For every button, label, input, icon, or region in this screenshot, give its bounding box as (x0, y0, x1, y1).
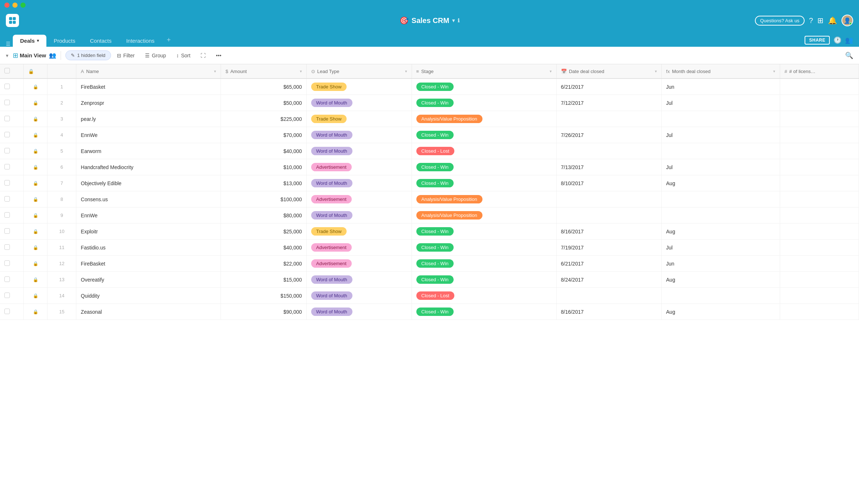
row-stage[interactable]: Closed - Win (412, 224, 556, 240)
table-row[interactable]: 🔒 8 Consens.us $100,000 Advertisement An… (0, 191, 859, 207)
row-lead-type[interactable]: Word of Mouth (306, 175, 412, 191)
users-icon[interactable]: 👥 (845, 36, 853, 44)
row-lead-type[interactable]: Word of Mouth (306, 288, 412, 304)
col-header-monthclosed[interactable]: fx Month deal closed ▾ (661, 64, 780, 79)
row-lead-type[interactable]: Word of Mouth (306, 272, 412, 288)
table-row[interactable]: 🔒 5 Earworm $40,000 Word of Mouth Closed… (0, 143, 859, 159)
col-header-leadtype[interactable]: ⊙ Lead Type ▾ (306, 64, 412, 79)
group-button[interactable]: ☰ Group (141, 50, 171, 61)
info-icon[interactable]: ℹ (458, 18, 459, 23)
table-row[interactable]: 🔒 10 Exploitr $25,000 Trade Show Closed … (0, 224, 859, 240)
row-checkbox[interactable] (0, 224, 24, 240)
tab-interactions[interactable]: Interactions (119, 35, 162, 47)
row-name[interactable]: Quiddity (76, 288, 221, 304)
row-stage[interactable]: Closed - Win (412, 256, 556, 272)
row-checkbox[interactable] (0, 79, 24, 95)
row-name[interactable]: FireBasket (76, 256, 221, 272)
more-button[interactable]: ••• (211, 50, 226, 61)
row-checkbox[interactable] (0, 159, 24, 175)
row-stage[interactable]: Analysis/Value Proposition (412, 191, 556, 207)
tab-products[interactable]: Products (46, 35, 83, 47)
row-name[interactable]: Handcrafted Mediocrity (76, 159, 221, 175)
row-stage[interactable]: Closed - Win (412, 159, 556, 175)
table-row[interactable]: 🔒 2 Zenprospr $50,000 Word of Mouth Clos… (0, 95, 859, 111)
table-row[interactable]: 🔒 11 Fastidio.us $40,000 Advertisement C… (0, 240, 859, 256)
row-stage[interactable]: Closed - Win (412, 240, 556, 256)
row-checkbox[interactable] (0, 272, 24, 288)
table-row[interactable]: 🔒 15 Zeasonal $90,000 Word of Mouth Clos… (0, 304, 859, 320)
row-stage[interactable]: Closed - Lost (412, 143, 556, 159)
grid-view-icon[interactable]: ⊞ (13, 51, 18, 60)
row-name[interactable]: EnnWe (76, 127, 221, 143)
row-name[interactable]: FireBasket (76, 79, 221, 95)
search-icon[interactable]: 🔍 (845, 51, 853, 60)
avatar[interactable]: 👤 (841, 15, 853, 26)
row-stage[interactable]: Closed - Win (412, 175, 556, 191)
row-checkbox[interactable] (0, 175, 24, 191)
row-stage[interactable]: Analysis/Value Proposition (412, 207, 556, 224)
expand-button[interactable]: ⛶ (196, 50, 210, 61)
col-header-stage[interactable]: ≡ Stage ▾ (412, 64, 556, 79)
col-header-amount[interactable]: $ Amount ▾ (221, 64, 306, 79)
collapse-icon[interactable]: ▾ (6, 53, 8, 58)
row-checkbox[interactable] (0, 143, 24, 159)
table-row[interactable]: 🔒 6 Handcrafted Mediocrity $10,000 Adver… (0, 159, 859, 175)
col-header-dateclosed[interactable]: 📅 Date deal closed ▾ (556, 64, 661, 79)
table-container[interactable]: 🔒 A Name ▾ $ Amount ▾ (0, 64, 859, 504)
help-icon[interactable]: ? (809, 16, 813, 25)
row-checkbox[interactable] (0, 127, 24, 143)
row-stage[interactable]: Closed - Lost (412, 288, 556, 304)
sort-button[interactable]: ↕ Sort (172, 50, 195, 61)
view-people-icon[interactable]: 👥 (49, 52, 56, 59)
table-row[interactable]: 🔒 12 FireBasket $22,000 Advertisement Cl… (0, 256, 859, 272)
row-checkbox[interactable] (0, 207, 24, 224)
row-name[interactable]: Zenprospr (76, 95, 221, 111)
row-checkbox[interactable] (0, 256, 24, 272)
title-chevron-icon[interactable]: ▾ (452, 18, 455, 23)
col-header-licenses[interactable]: # # of licens… (780, 64, 859, 79)
table-row[interactable]: 🔒 9 EnnWe $80,000 Word of Mouth Analysis… (0, 207, 859, 224)
table-row[interactable]: 🔒 3 pear.ly $225,000 Trade Show Analysis… (0, 111, 859, 127)
filter-button[interactable]: ⊟ Filter (112, 50, 139, 61)
row-name[interactable]: Exploitr (76, 224, 221, 240)
row-name[interactable]: Objectively Edible (76, 175, 221, 191)
row-stage[interactable]: Closed - Win (412, 272, 556, 288)
row-stage[interactable]: Closed - Win (412, 79, 556, 95)
row-lead-type[interactable]: Advertisement (306, 256, 412, 272)
table-row[interactable]: 🔒 13 Overeatify $15,000 Word of Mouth Cl… (0, 272, 859, 288)
row-checkbox[interactable] (0, 191, 24, 207)
row-lead-type[interactable]: Advertisement (306, 191, 412, 207)
tab-deals[interactable]: Deals ▾ (13, 35, 46, 47)
history-icon[interactable]: 🕐 (833, 36, 841, 44)
hidden-fields-button[interactable]: ✎ 1 hidden field (65, 50, 111, 60)
row-lead-type[interactable]: Word of Mouth (306, 127, 412, 143)
row-name[interactable]: EnnWe (76, 207, 221, 224)
row-name[interactable]: Overeatify (76, 272, 221, 288)
table-row[interactable]: 🔒 1 FireBasket $65,000 Trade Show Closed… (0, 79, 859, 95)
row-stage[interactable]: Closed - Win (412, 127, 556, 143)
row-lead-type[interactable]: Advertisement (306, 240, 412, 256)
row-lead-type[interactable]: Word of Mouth (306, 207, 412, 224)
app-logo[interactable] (6, 14, 19, 27)
row-checkbox[interactable] (0, 95, 24, 111)
row-name[interactable]: Consens.us (76, 191, 221, 207)
row-name[interactable]: Earworm (76, 143, 221, 159)
row-name[interactable]: Fastidio.us (76, 240, 221, 256)
col-header-checkbox[interactable] (0, 64, 24, 79)
grid-icon[interactable]: ⊞ (817, 16, 824, 25)
row-lead-type[interactable]: Word of Mouth (306, 143, 412, 159)
close-button[interactable] (4, 3, 9, 8)
row-checkbox[interactable] (0, 111, 24, 127)
row-stage[interactable]: Closed - Win (412, 95, 556, 111)
row-stage[interactable]: Analysis/Value Proposition (412, 111, 556, 127)
table-row[interactable]: 🔒 4 EnnWe $70,000 Word of Mouth Closed -… (0, 127, 859, 143)
table-row[interactable]: 🔒 7 Objectively Edible $13,000 Word of M… (0, 175, 859, 191)
share-button[interactable]: SHARE (805, 36, 830, 45)
row-lead-type[interactable]: Word of Mouth (306, 95, 412, 111)
hamburger-icon[interactable]: ☰ (6, 41, 11, 47)
row-name[interactable]: pear.ly (76, 111, 221, 127)
tab-contacts[interactable]: Contacts (83, 35, 119, 47)
maximize-button[interactable] (20, 3, 26, 8)
row-lead-type[interactable]: Advertisement (306, 159, 412, 175)
row-lead-type[interactable]: Trade Show (306, 224, 412, 240)
